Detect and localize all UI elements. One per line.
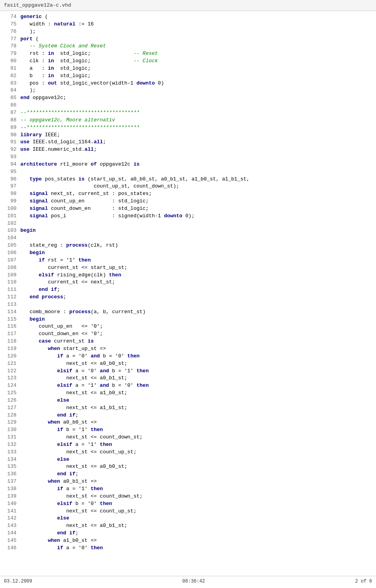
code-line: 79 rst : in std_logic; -- Reset <box>0 50 376 58</box>
code-line: 138 if a = '1' then <box>0 485 376 493</box>
code-line: 87--************************************… <box>0 109 376 117</box>
code-line: 103begin <box>0 227 376 234</box>
line-content: a : in std_logic; <box>20 65 376 72</box>
line-number: 132 <box>0 441 20 449</box>
line-number: 120 <box>0 353 20 360</box>
line-number: 86 <box>0 102 20 109</box>
code-line: 117 count_down_en <= '0'; <box>0 330 376 338</box>
code-line: 106 begin <box>0 249 376 257</box>
code-line: 98 signal next_st, current_st : pos_stat… <box>0 190 376 198</box>
line-number: 112 <box>0 294 20 301</box>
code-line: 99 signal count_up_en : std_logic; <box>0 198 376 205</box>
code-line: 130 if b = '1' then <box>0 426 376 434</box>
line-number: 106 <box>0 249 20 257</box>
code-line: 122 elsif a = '0' and b = '1' then <box>0 368 376 375</box>
line-number: 99 <box>0 198 20 205</box>
code-line: 126 else <box>0 397 376 404</box>
line-content: elsif a = '1' then <box>20 441 376 449</box>
line-number: 77 <box>0 36 20 43</box>
line-number: 110 <box>0 279 20 286</box>
line-content: else <box>20 515 376 522</box>
line-content: pos : out std_logic_vector(width-1 downt… <box>20 80 376 87</box>
line-number: 125 <box>0 390 20 397</box>
line-content: if a = '1' then <box>20 485 376 493</box>
line-content: use IEEE.numeric_std.all; <box>20 146 376 153</box>
line-number: 119 <box>0 345 20 353</box>
line-number: 128 <box>0 412 20 419</box>
code-line: 107 if rst = '1' then <box>0 257 376 264</box>
code-line: 131 next_st <= count_down_st; <box>0 434 376 441</box>
line-number: 140 <box>0 500 20 508</box>
footer-time: 08:36:42 <box>183 579 205 584</box>
line-number: 89 <box>0 124 20 132</box>
line-content: when start_up_st => <box>20 345 376 353</box>
line-number: 88 <box>0 117 20 124</box>
line-content: comb_moore : process(a, b, current_st) <box>20 308 376 316</box>
line-number: 135 <box>0 463 20 471</box>
line-number: 143 <box>0 522 20 530</box>
code-line: 141 next_st <= count_up_st; <box>0 508 376 515</box>
code-line: 124 elsif a = '1' and b = '0' then <box>0 382 376 390</box>
line-content: end oppgave12c; <box>20 94 376 102</box>
code-line: 111 end if; <box>0 286 376 294</box>
code-line: 115 begin <box>0 316 376 323</box>
line-content: library IEEE; <box>20 132 376 139</box>
code-line: 75 width : natural := 16 <box>0 21 376 28</box>
line-content: current_st <= next_st; <box>20 279 376 286</box>
code-line: 83 pos : out std_logic_vector(width-1 do… <box>0 80 376 87</box>
line-content: if a = '0' and b = '0' then <box>20 353 376 360</box>
line-content: b : in std_logic; <box>20 72 376 80</box>
line-content: else <box>20 456 376 464</box>
line-number: 80 <box>0 58 20 65</box>
line-number: 137 <box>0 478 20 485</box>
line-number: 141 <box>0 508 20 515</box>
code-line: 135 next_st <= a0_b0_st; <box>0 463 376 471</box>
line-content: case current_st is <box>20 338 376 345</box>
line-content: ); <box>20 28 376 36</box>
line-number: 107 <box>0 257 20 264</box>
code-line: 76 ); <box>0 28 376 36</box>
line-number: 101 <box>0 213 20 220</box>
filename: fasit_oppgave12a-c.vhd <box>4 2 71 8</box>
line-number: 93 <box>0 153 20 161</box>
line-content: generic ( <box>20 13 376 21</box>
line-number: 85 <box>0 94 20 102</box>
line-content: rst : in std_logic; -- Reset <box>20 50 376 58</box>
line-content: begin <box>20 227 376 234</box>
line-content: when a1_b0_st => <box>20 537 376 545</box>
line-content: -- oppgave12c, Moore alternativ <box>20 117 376 124</box>
line-content: elsif a = '0' and b = '1' then <box>20 368 376 375</box>
line-number: 98 <box>0 190 20 198</box>
line-number: 105 <box>0 242 20 249</box>
line-content: when a0_b0_st => <box>20 419 376 426</box>
code-line: 132 elsif a = '1' then <box>0 441 376 449</box>
line-number: 136 <box>0 471 20 478</box>
line-number: 118 <box>0 338 20 345</box>
code-line: 94architecture rtl_moore of oppgave12c i… <box>0 161 376 168</box>
code-line: 134 else <box>0 456 376 464</box>
code-line: 80 clk : in std_logic; -- Clock <box>0 58 376 65</box>
code-line: 133 next_st <= count_up_st; <box>0 449 376 456</box>
line-number: 104 <box>0 234 20 242</box>
line-number: 111 <box>0 286 20 294</box>
line-content: count_down_en <= '0'; <box>20 330 376 338</box>
line-content: elsif rising_edge(clk) then <box>20 272 376 279</box>
line-content: count_up_st, count_down_st); <box>20 183 376 190</box>
code-line: 145 when a1_b0_st => <box>0 537 376 545</box>
line-number: 131 <box>0 434 20 441</box>
code-line: 142 else <box>0 515 376 522</box>
line-number: 124 <box>0 382 20 390</box>
line-content <box>20 301 376 308</box>
line-content: if rst = '1' then <box>20 257 376 264</box>
line-content: signal pos_i : signed(width-1 downto 0); <box>20 213 376 220</box>
line-number: 113 <box>0 301 20 308</box>
line-content: begin <box>20 316 376 323</box>
line-number: 82 <box>0 72 20 80</box>
code-line: 74generic ( <box>0 13 376 21</box>
code-line: 89--************************************… <box>0 124 376 132</box>
line-number: 116 <box>0 323 20 330</box>
line-content: signal count_up_en : std_logic; <box>20 198 376 205</box>
code-line: 93 <box>0 153 376 161</box>
line-number: 121 <box>0 360 20 368</box>
code-line: 91use IEEE.std_logic_1164.all; <box>0 139 376 146</box>
